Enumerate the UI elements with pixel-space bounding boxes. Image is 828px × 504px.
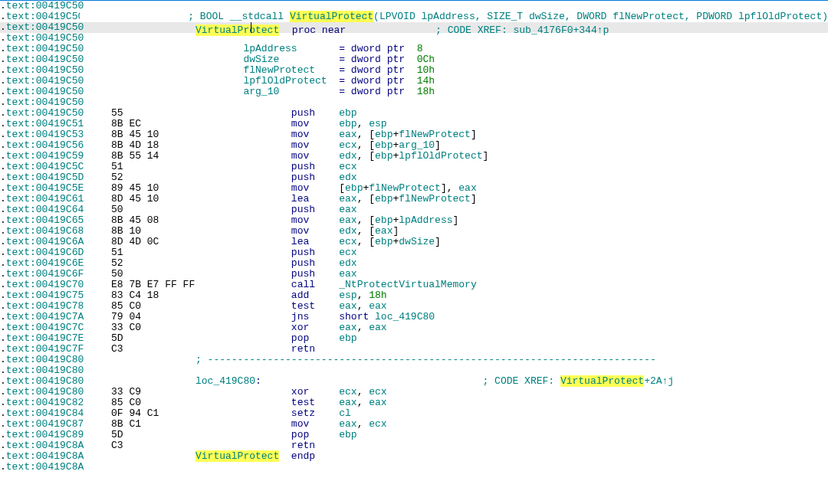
disasm-line[interactable]: .text:00419C50 (0, 1, 828, 11)
address: text:00419C7F (6, 344, 84, 355)
mnemonic: setz (291, 407, 339, 419)
disasm-line[interactable]: .text:00419C59 8B 55 14 mov edx, [ebp+lp… (0, 151, 828, 162)
disasm-line[interactable]: .text:00419C56 8B 4D 18 mov ecx, [ebp+ar… (0, 140, 828, 151)
address: text:00419C8A (6, 440, 84, 451)
disasm-line[interactable]: .text:00419C50 dwSize = dword ptr 0Ch (0, 54, 828, 65)
address: text:00419C80 (6, 376, 84, 387)
opcode-bytes: 8B 55 14 (111, 151, 159, 162)
opcode-bytes: 89 45 10 (111, 183, 159, 194)
address: text:00419C50 (6, 54, 84, 65)
disasm-line[interactable]: .text:00419C68 8B 10 mov edx, [eax] (0, 226, 828, 237)
address: text:00419C50 (6, 87, 84, 97)
address: text:00419C56 (6, 140, 84, 151)
disasm-line[interactable]: .text:00419C7A 79 04 jns short loc_419C8… (0, 312, 828, 322)
mnemonic: jns (291, 311, 339, 322)
opcode-bytes: 55 (111, 108, 123, 119)
disasm-line[interactable]: .text:00419C75 83 C4 18 add esp, 18h (0, 290, 828, 301)
address: text:00419C50 (6, 76, 84, 87)
separator-comment: ; --------------------------------------… (196, 354, 656, 365)
opcode-bytes: C3 (111, 344, 123, 355)
address: text:00419C7A (6, 312, 84, 322)
opcode-bytes: 85 C0 (111, 301, 141, 312)
mnemonic: push (291, 257, 339, 269)
address: text:00419C70 (6, 280, 84, 290)
address: text:00419C5C (6, 162, 84, 172)
disasm-line[interactable]: .text:00419C7F C3 retn (0, 344, 828, 355)
opcode-bytes: 5D (111, 333, 123, 344)
address: text:00419C7C (6, 322, 84, 333)
disasm-line[interactable]: .text:00419C80 33 C9 xor ecx, ecx (0, 387, 828, 398)
address: text:00419C68 (6, 226, 84, 237)
address: text:00419C80 (6, 365, 84, 376)
xref-link: sub_4176F0+344 (514, 25, 597, 36)
disasm-line[interactable]: .text:00419C7C 33 C0 xor eax, eax (0, 322, 828, 333)
disasm-line[interactable]: .text:00419C5C 51 push ecx (0, 162, 828, 172)
disasm-line[interactable]: .text:00419C78 85 C0 test eax, eax (0, 301, 828, 312)
address: text:00419C6A (6, 237, 84, 247)
disasm-line[interactable]: .text:00419C7E 5D pop ebp (0, 333, 828, 344)
disasm-line[interactable]: .text:00419C6E 52 push edx (0, 258, 828, 269)
disasm-line[interactable]: .text:00419C53 8B 45 10 mov eax, [ebp+fl… (0, 129, 828, 140)
address: text:00419C50 (6, 97, 84, 108)
disasm-line[interactable]: .text:00419C6D 51 push ecx (0, 247, 828, 258)
disasm-line[interactable]: .text:00419C82 85 C0 test eax, eax (0, 398, 828, 408)
disasm-line[interactable]: .text:00419C6F 50 push eax (0, 269, 828, 280)
disasm-line[interactable]: .text:00419C80 loc_419C80: ; CODE XREF: … (0, 376, 828, 387)
disasm-line[interactable]: .text:00419C5E 89 45 10 mov [ebp+flNewPr… (0, 183, 828, 194)
disasm-line[interactable]: .text:00419C50 55 push ebp (0, 108, 828, 119)
disasm-line[interactable]: .text:00419C50 VirtualProtect proc near … (0, 22, 828, 33)
disasm-line[interactable]: .text:00419C64 50 push eax (0, 205, 828, 215)
opcode-bytes: C3 (111, 440, 123, 451)
func-name: VirtualProtect (290, 11, 373, 22)
opcode-bytes: 33 C9 (111, 387, 141, 398)
disasm-line[interactable]: .text:00419C50 ; BOOL __stdcall VirtualP… (0, 11, 828, 22)
xref-link: VirtualProtect (560, 375, 644, 387)
address: text:00419C80 (6, 355, 84, 365)
opcode-bytes: 8D 45 10 (111, 194, 159, 205)
disasm-line[interactable]: .text:00419C50 (0, 97, 828, 108)
disasm-line[interactable]: .text:00419C50 lpflOldProtect = dword pt… (0, 76, 828, 87)
disasm-line[interactable]: .text:00419C51 8B EC mov ebp, esp (0, 119, 828, 129)
disasm-line[interactable]: .text:00419C8A (0, 462, 828, 473)
opcode-bytes: 50 (111, 269, 123, 280)
mnemonic: test (291, 300, 339, 312)
disasm-line[interactable]: .text:00419C80 (0, 365, 828, 376)
disasm-line[interactable]: .text:00419C80 ; -----------------------… (0, 355, 828, 365)
address: text:00419C5D (6, 172, 84, 183)
disasm-line[interactable]: .text:00419C61 8D 45 10 lea eax, [ebp+fl… (0, 194, 828, 205)
address: text:00419C50 (6, 44, 84, 54)
disasm-line[interactable]: .text:00419C50 flNewProtect = dword ptr … (0, 65, 828, 76)
disasm-line[interactable]: .text:00419C84 0F 94 C1 setz cl (0, 408, 828, 419)
disasm-line[interactable]: .text:00419C70 E8 7B E7 FF FF call _NtPr… (0, 280, 828, 290)
address: text:00419C84 (6, 408, 84, 419)
opcode-bytes: 50 (111, 205, 123, 215)
disasm-line[interactable]: .text:00419C50 arg_10 = dword ptr 18h (0, 87, 828, 97)
opcode-bytes: 8D 4D 0C (111, 237, 159, 247)
disasm-line[interactable]: .text:00419C6A 8D 4D 0C lea ecx, [ebp+dw… (0, 237, 828, 247)
disasm-line[interactable]: .text:00419C8A C3 retn (0, 440, 828, 451)
opcode-bytes: E8 7B E7 FF FF (111, 280, 195, 290)
mnemonic: mov (291, 129, 339, 140)
address: text:00419C59 (6, 151, 84, 162)
address: text:00419C50 (6, 1, 84, 11)
address: text:00419C65 (6, 215, 84, 226)
mnemonic: push (291, 268, 339, 280)
address: text:00419C89 (6, 430, 84, 440)
address: text:00419C6F (6, 269, 84, 280)
mnemonic: lea (291, 236, 339, 247)
disasm-line[interactable]: .text:00419C50 lpAddress = dword ptr 8 (0, 44, 828, 54)
loc-label: loc_419C80 (196, 375, 255, 387)
mnemonic: push (291, 172, 339, 183)
disasm-line[interactable]: .text:00419C8A VirtualProtect endp (0, 451, 828, 462)
proc-name: VirtualProtect (196, 25, 279, 36)
address: text:00419C78 (6, 301, 84, 312)
disasm-line[interactable]: .text:00419C5D 52 push edx (0, 172, 828, 183)
disassembly-view[interactable]: .text:00419C50 .text:00419C50 ; BOOL __s… (0, 1, 828, 473)
disasm-line[interactable]: .text:00419C89 5D pop ebp (0, 430, 828, 440)
proc-name: VirtualProtect (196, 450, 279, 462)
mnemonic: pop (291, 429, 339, 440)
disasm-line[interactable]: .text:00419C87 8B C1 mov eax, ecx (0, 419, 828, 430)
opcode-bytes: 79 04 (111, 312, 141, 322)
arg-name: lpAddress (243, 43, 339, 54)
disasm-line[interactable]: .text:00419C65 8B 45 08 mov eax, [ebp+lp… (0, 215, 828, 226)
